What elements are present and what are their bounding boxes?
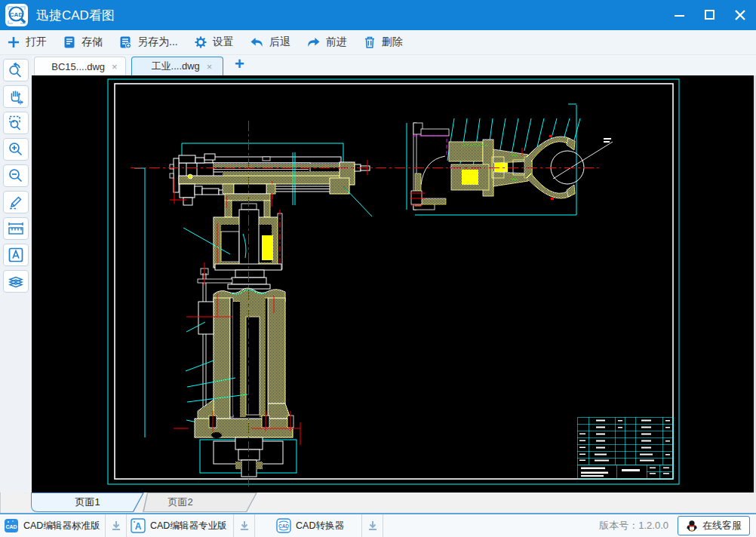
download-pro-button[interactable] (234, 514, 255, 537)
forward-button[interactable]: 前进 (306, 35, 347, 49)
promo-cad-editor-standard[interactable]: CAD CAD编辑器标准版 (0, 514, 106, 537)
save-as-button[interactable]: 另存为... (118, 35, 178, 49)
toolbar: 打开 存储 另存为... 设置 后退 前进 删除 (0, 30, 756, 55)
svg-text:A: A (135, 521, 142, 532)
zoom-out-icon (7, 167, 25, 185)
pencil-icon (7, 193, 25, 211)
page-tab-strip: 页面1 页面2 (0, 493, 756, 513)
text-button[interactable] (3, 244, 29, 266)
open-button[interactable]: 打开 (7, 35, 47, 49)
close-tab-icon[interactable]: × (112, 61, 118, 72)
pan-button[interactable] (3, 85, 29, 108)
download-converter-button[interactable] (362, 514, 383, 537)
cad-drawing (32, 75, 756, 493)
zoom-previous-button[interactable] (3, 59, 29, 81)
zoom-in-button[interactable] (3, 138, 29, 161)
cad-editor-standard-icon: CAD (4, 518, 19, 533)
save-button[interactable]: 存储 (63, 35, 103, 49)
sheet-frame (108, 79, 679, 484)
zoom-window-button[interactable] (3, 112, 29, 134)
robot-column (174, 184, 300, 477)
maximize-button[interactable] (699, 0, 721, 30)
close-button[interactable] (729, 0, 751, 30)
document-tabbar: BC15....dwg× 工业....dwg× + (32, 55, 756, 75)
cad-converter-icon: CAD (276, 518, 291, 533)
app-logo-icon: CAD (5, 4, 28, 26)
svg-text:CAD: CAD (278, 523, 289, 529)
download-standard-button[interactable] (106, 514, 127, 537)
qq-penguin-icon (686, 520, 698, 532)
save-as-icon (118, 35, 132, 49)
trash-icon (363, 35, 376, 49)
zoom-window-icon (7, 114, 25, 132)
text-icon (7, 246, 25, 264)
doc-tab-gongye[interactable]: 工业....dwg× (131, 57, 223, 75)
download-icon (111, 520, 121, 531)
plus-icon (7, 35, 20, 49)
layers-icon (7, 272, 25, 290)
zoom-previous-icon (7, 61, 25, 79)
download-icon (239, 520, 250, 531)
save-icon (63, 35, 76, 49)
gear-icon (194, 35, 207, 49)
window-title: 迅捷CAD看图 (36, 7, 115, 24)
forward-arrow-icon (306, 35, 321, 49)
back-arrow-icon (250, 35, 264, 49)
close-tab-icon[interactable]: × (207, 61, 213, 72)
measure-button[interactable] (3, 217, 29, 240)
hand-icon (7, 87, 25, 106)
svg-text:CAD: CAD (5, 524, 17, 529)
promo-cad-converter[interactable]: CAD CAD转换器 (255, 514, 362, 537)
new-tab-button[interactable]: + (229, 54, 250, 75)
page-tab-2[interactable]: 页面2 (143, 493, 257, 512)
download-icon (367, 520, 378, 531)
drawing-canvas[interactable] (32, 75, 756, 493)
zoom-in-icon (7, 140, 25, 158)
online-support-button[interactable]: 在线客服 (678, 516, 750, 535)
title-block (577, 417, 673, 478)
zoom-out-button[interactable] (3, 164, 29, 187)
doc-tab-bc15[interactable]: BC15....dwg× (34, 57, 126, 75)
ruler-icon (7, 219, 25, 238)
page-tab-1[interactable]: 页面1 (31, 493, 144, 512)
svg-text:CAD: CAD (10, 11, 23, 18)
titlebar: CAD 迅捷CAD看图 (0, 0, 756, 30)
version-label: 版本号：1.2.0.0 (599, 519, 668, 532)
tool-sidebar (0, 55, 32, 493)
minimize-button[interactable] (668, 0, 691, 30)
cad-editor-pro-icon: A (131, 518, 146, 533)
layers-button[interactable] (3, 270, 29, 293)
delete-button[interactable]: 删除 (363, 35, 403, 49)
settings-button[interactable]: 设置 (194, 35, 234, 49)
promo-cad-editor-pro[interactable]: A CAD编辑器专业版 (127, 514, 234, 537)
back-button[interactable]: 后退 (250, 35, 290, 49)
draw-line-button[interactable] (3, 191, 29, 213)
statusbar: CAD CAD编辑器标准版 A CAD编辑器专业版 CAD CAD转换器 版本号… (0, 513, 756, 537)
wrist-assembly (407, 104, 613, 215)
